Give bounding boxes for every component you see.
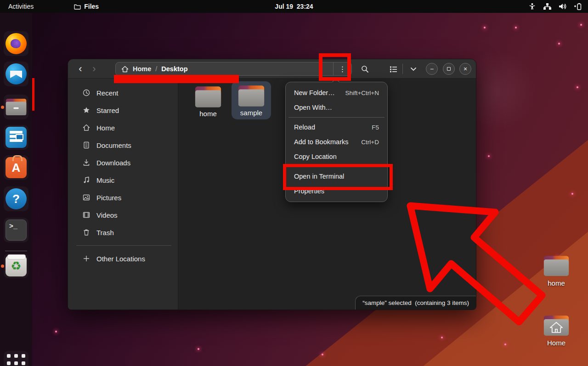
wallpaper-star [322,354,323,355]
volume-icon [559,3,567,10]
status-bar: “sample” selected (containing 3 items) [355,296,476,310]
popover-arrow [332,79,339,83]
focused-app-label: Files [84,3,99,10]
firefox-icon [6,33,27,54]
sidebar-separator [76,245,171,246]
download-icon [83,159,90,166]
dock-item-thunderbird[interactable] [4,62,28,86]
sidebar-label: Home [96,124,115,132]
sidebar-item-documents[interactable]: Documents [71,136,175,154]
sidebar-item-starred[interactable]: Starred [71,101,175,119]
dock-item-app-grid[interactable] [4,351,28,366]
wallpaper-star [55,331,57,332]
breadcrumb: Home / Desktop [116,65,333,73]
wallpaper-star [580,24,582,26]
breadcrumb-home[interactable]: Home [133,65,151,73]
recent-icon [83,89,90,96]
wallpaper-star [504,343,506,345]
menu-item-open-with[interactable]: Open With… [286,100,387,115]
plus-icon [83,255,90,262]
sidebar-item-music[interactable]: Music [71,171,175,189]
back-button[interactable]: ‹ [74,62,87,76]
sidebar-item-home[interactable]: Home [71,119,175,136]
view-options-button[interactable] [406,62,421,76]
menu-item-add-to-bookmarks[interactable]: Add to Bookmarks Ctrl+D [286,135,387,149]
sidebar-item-recent[interactable]: Recent [71,84,175,101]
dock-item-libreoffice-writer[interactable] [4,125,28,150]
app-grid-icon [7,354,25,366]
files-app-icon [74,4,81,10]
chevron-down-icon [410,67,417,71]
breadcrumb-desktop[interactable]: Desktop [161,65,187,73]
menu-label: Properties [294,187,324,195]
menu-item-copy-location[interactable]: Copy Location [286,149,387,164]
search-button[interactable] [357,62,372,76]
forward-button[interactable]: › [87,62,101,76]
path-menu-button[interactable]: ⋮ [333,62,351,75]
dock-item-terminal[interactable]: >_ [4,218,28,242]
dock: A ? >_ ♻ [0,13,32,366]
system-tray[interactable] [526,0,584,13]
focused-app-menu[interactable]: Files [68,0,105,13]
folder-icon [543,255,569,276]
gnome-top-bar: Activities Files Jul 19 23:24 [0,0,588,13]
trash-dock-icon: ♻ [6,255,27,276]
dock-item-firefox[interactable] [4,31,28,56]
sidebar-label: Trash [96,229,114,236]
list-view-icon [390,66,397,73]
wallpaper-star [484,27,486,28]
star-icon [83,107,90,114]
wallpaper-star [488,155,490,157]
desktop-icon-Home-folder[interactable]: Home [543,315,570,347]
folder-icon [238,85,265,107]
menu-label: Reload [294,124,315,131]
terminal-icon: >_ [6,220,27,241]
file-item-sample-selected[interactable]: sample [232,81,271,119]
file-item-home[interactable]: home [188,82,228,120]
menu-item-open-in-terminal[interactable]: Open in Terminal [286,169,387,184]
dock-item-ubuntu-software[interactable]: A [4,155,28,180]
clock[interactable]: Jul 19 23:24 [275,0,313,13]
menu-label: Open in Terminal [294,173,344,180]
view-toggle-button[interactable] [386,62,401,76]
wallpaper-star [441,337,443,338]
sidebar-item-pictures[interactable]: Pictures [71,189,175,206]
dock-item-files[interactable] [4,95,28,119]
menu-label: Open With… [294,104,332,111]
dock-item-help[interactable]: ? [4,186,28,211]
thunderbird-icon [6,63,27,84]
sidebar-label: Starred [96,107,119,114]
desktop-icon-home-folder[interactable]: home [543,255,570,287]
menu-separator [288,117,384,118]
sidebar-item-other-locations[interactable]: Other Locations [71,250,175,267]
sidebar-item-trash[interactable]: Trash [71,224,175,241]
files-window: ‹ › Home / Desktop ⋮ [68,59,476,310]
maximize-button[interactable] [443,63,455,75]
breadcrumb-separator: / [155,65,157,73]
sidebar-label: Recent [96,89,119,97]
close-button[interactable]: × [459,63,471,75]
dock-item-trash[interactable]: ♻ [4,253,28,278]
activities-button[interactable]: Activities [0,0,42,13]
home-folder-icon [543,315,569,336]
ubuntu-software-icon: A [6,157,27,178]
menu-item-properties[interactable]: Properties [286,184,387,198]
sidebar-item-videos[interactable]: Videos [71,206,175,224]
trash-icon [83,229,90,236]
menu-item-reload[interactable]: Reload F5 [286,120,387,135]
menu-item-new-folder[interactable]: New Folder… Shift+Ctrl+N [286,85,387,100]
sidebar-label: Documents [96,141,131,149]
sidebar-label: Downloads [96,159,130,167]
wallpaper-star [198,348,199,350]
sidebar-item-downloads[interactable]: Downloads [71,154,175,171]
maximize-icon [447,67,451,71]
toolbar-divider [402,64,403,74]
minimize-button[interactable]: − [426,63,438,75]
wallpaper-star [577,86,578,88]
music-icon [83,176,90,184]
sidebar-label: Other Locations [96,255,145,263]
wallpaper-star [558,43,560,45]
file-label: sample [240,109,262,117]
network-icon [543,3,552,10]
wallpaper-star [515,27,517,28]
